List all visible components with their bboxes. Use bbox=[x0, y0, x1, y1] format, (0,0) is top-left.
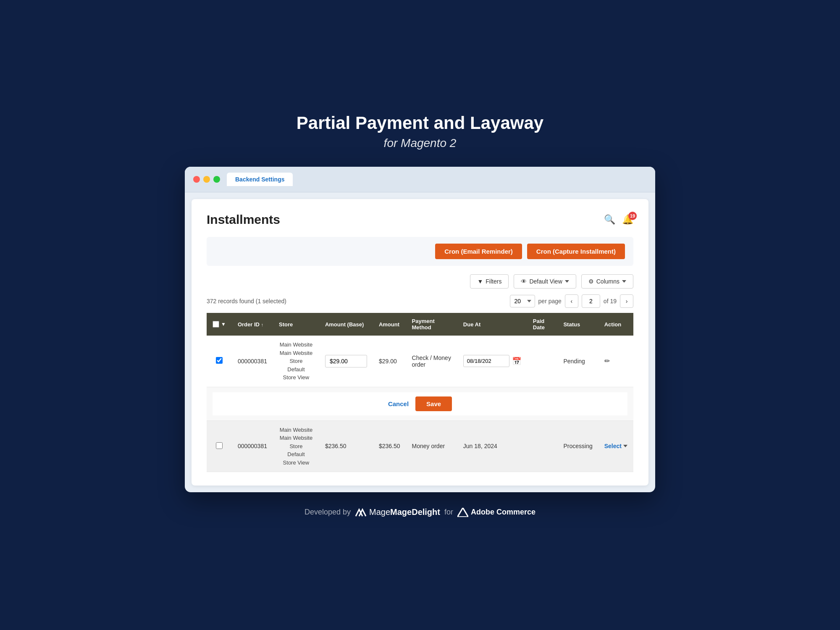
calendar-icon[interactable]: 📅 bbox=[512, 357, 521, 366]
status-badge: Pending bbox=[563, 358, 585, 365]
toolbar: ▼ Filters 👁 Default View ⚙ Columns bbox=[207, 274, 633, 289]
th-amount-base[interactable]: Amount (Base) bbox=[319, 313, 373, 336]
page-header: Partial Payment and Layaway for Magento … bbox=[297, 113, 543, 150]
svg-marker-0 bbox=[457, 508, 468, 517]
footer-logo: MageMageDelight bbox=[355, 507, 440, 517]
browser-titlebar: Backend Settings bbox=[185, 167, 655, 192]
table-header-row: ▼ Order ID ↑ Store Amount (Base) Amount … bbox=[207, 313, 633, 336]
search-icon: 🔍 bbox=[604, 214, 615, 225]
main-title: Partial Payment and Layaway bbox=[297, 113, 543, 133]
gear-icon: ⚙ bbox=[588, 278, 594, 285]
th-action[interactable]: Action bbox=[598, 313, 633, 336]
per-page-select[interactable]: 20 50 100 bbox=[510, 295, 535, 307]
cell-paid-date bbox=[527, 420, 558, 472]
cell-status: Pending bbox=[557, 336, 598, 387]
cell-action: Select bbox=[598, 420, 633, 472]
columns-button[interactable]: ⚙ Columns bbox=[581, 274, 633, 289]
table-row: 000000381 Main WebsiteMain Website Store… bbox=[207, 336, 633, 387]
save-cancel-row: Cancel Save bbox=[207, 387, 633, 420]
browser-tab[interactable]: Backend Settings bbox=[227, 173, 293, 186]
th-store[interactable]: Store bbox=[273, 313, 319, 336]
cell-amount: $236.50 bbox=[373, 420, 406, 472]
row-checkbox[interactable] bbox=[216, 442, 223, 449]
per-page-label: per page bbox=[538, 298, 562, 304]
data-table: ▼ Order ID ↑ Store Amount (Base) Amount … bbox=[207, 313, 633, 472]
cell-order-id: 000000381 bbox=[232, 336, 273, 387]
action-bar: Cron (Email Reminder) Cron (Capture Inst… bbox=[207, 237, 633, 266]
edit-icon[interactable]: ✏ bbox=[604, 357, 610, 365]
notification-button[interactable]: 🔔 19 bbox=[622, 214, 633, 225]
chevron-down-icon bbox=[565, 280, 569, 283]
page-total: of 19 bbox=[604, 298, 617, 304]
main-subtitle: for Magento 2 bbox=[297, 136, 543, 150]
traffic-lights bbox=[193, 176, 220, 183]
next-page-button[interactable]: › bbox=[620, 294, 633, 308]
search-button[interactable]: 🔍 bbox=[604, 214, 615, 225]
cell-amount: $29.00 bbox=[373, 336, 406, 387]
cell-payment-method: Money order bbox=[406, 420, 457, 472]
cell-amount-base bbox=[319, 336, 373, 387]
th-due-at[interactable]: Due At bbox=[457, 313, 527, 336]
due-date-input[interactable] bbox=[463, 355, 509, 367]
page-top: Installments 🔍 🔔 19 bbox=[207, 213, 633, 227]
cell-order-id: 000000381 bbox=[232, 420, 273, 472]
current-page-input[interactable] bbox=[582, 294, 600, 308]
filter-icon: ▼ bbox=[477, 278, 483, 285]
adobe-brand: Adobe Commerce bbox=[471, 508, 536, 517]
footer-brand: MageMageDelight bbox=[369, 507, 440, 517]
maximize-button[interactable] bbox=[213, 176, 220, 183]
row-checkbox-cell bbox=[207, 420, 232, 472]
sort-arrow-icon: ▼ bbox=[221, 321, 226, 327]
cell-due-at: Jun 18, 2024 bbox=[457, 420, 527, 472]
page-title: Installments bbox=[207, 213, 280, 227]
table-row: 000000381 Main WebsiteMain Website Store… bbox=[207, 420, 633, 472]
select-all-checkbox[interactable] bbox=[213, 321, 219, 328]
close-button[interactable] bbox=[193, 176, 200, 183]
records-info: 372 records found (1 selected) bbox=[207, 298, 286, 304]
minimize-button[interactable] bbox=[203, 176, 210, 183]
prev-page-button[interactable]: ‹ bbox=[565, 294, 578, 308]
th-paid-date[interactable]: Paid Date bbox=[527, 313, 558, 336]
magedelight-logo-icon bbox=[355, 508, 367, 517]
cell-status: Processing bbox=[557, 420, 598, 472]
chevron-down-icon bbox=[622, 280, 626, 283]
th-amount[interactable]: Amount bbox=[373, 313, 406, 336]
chevron-down-icon bbox=[623, 445, 627, 447]
status-badge: Processing bbox=[563, 443, 592, 449]
cell-paid-date bbox=[527, 336, 558, 387]
th-payment-method[interactable]: Payment Method bbox=[406, 313, 457, 336]
content-area: Installments 🔍 🔔 19 Cron (Email Reminder… bbox=[192, 199, 648, 486]
cell-amount-base: $236.50 bbox=[319, 420, 373, 472]
cron-email-button[interactable]: Cron (Email Reminder) bbox=[435, 244, 522, 259]
cell-store: Main WebsiteMain Website StoreDefaultSto… bbox=[273, 336, 319, 387]
filters-button[interactable]: ▼ Filters bbox=[470, 274, 509, 289]
pagination-controls: 20 50 100 per page ‹ of 19 › bbox=[510, 294, 633, 308]
browser-window: Backend Settings Installments 🔍 🔔 19 Cro… bbox=[185, 167, 655, 492]
pagination-bar: 372 records found (1 selected) 20 50 100… bbox=[207, 294, 633, 308]
cell-action: ✏ bbox=[598, 336, 633, 387]
default-view-button[interactable]: 👁 Default View bbox=[514, 274, 576, 289]
save-button[interactable]: Save bbox=[415, 396, 452, 411]
cell-payment-method: Check / Money order bbox=[406, 336, 457, 387]
th-status[interactable]: Status bbox=[557, 313, 598, 336]
top-icons: 🔍 🔔 19 bbox=[604, 214, 633, 225]
th-order-id[interactable]: Order ID ↑ bbox=[232, 313, 273, 336]
save-cancel-cell: Cancel Save bbox=[207, 387, 633, 420]
amount-base-input[interactable] bbox=[325, 355, 367, 368]
adobe-logo: Adobe Commerce bbox=[457, 508, 536, 517]
row-checkbox[interactable] bbox=[216, 357, 223, 364]
notification-badge: 19 bbox=[628, 212, 637, 220]
cell-due-at: 📅 bbox=[457, 336, 527, 387]
eye-icon: 👁 bbox=[521, 278, 527, 285]
adobe-logo-icon bbox=[457, 508, 468, 517]
cell-store: Main WebsiteMain Website StoreDefaultSto… bbox=[273, 420, 319, 472]
page-footer: Developed by MageMageDelight for Adobe C… bbox=[304, 507, 536, 517]
select-action[interactable]: Select bbox=[604, 443, 627, 449]
cron-capture-button[interactable]: Cron (Capture Installment) bbox=[527, 244, 625, 259]
cancel-button[interactable]: Cancel bbox=[388, 400, 409, 407]
row-checkbox-cell bbox=[207, 336, 232, 387]
save-cancel-bar: Cancel Save bbox=[213, 392, 627, 415]
th-checkbox: ▼ bbox=[207, 313, 232, 336]
